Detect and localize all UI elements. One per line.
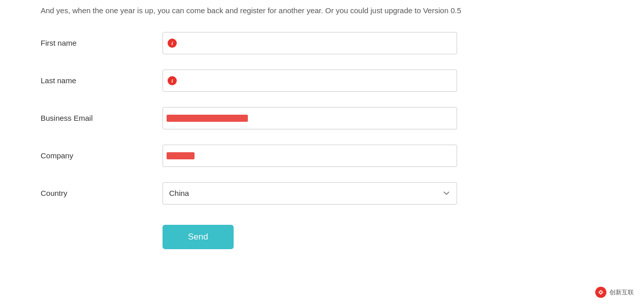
label-country: Country <box>41 189 163 197</box>
top-text: And yes, when the one year is up, you ca… <box>41 5 603 17</box>
form-container: First name i Last name i Business Email <box>41 32 603 249</box>
redact-company <box>167 152 195 159</box>
input-wrapper-company <box>163 145 457 167</box>
first-name-input[interactable] <box>163 32 457 54</box>
last-name-input[interactable] <box>163 70 457 92</box>
label-company: Company <box>41 151 163 160</box>
label-last-name: Last name <box>41 76 163 85</box>
form-row-country: Country ChinaUnited StatesUnited Kingdom… <box>41 182 603 205</box>
input-wrapper-first-name: i <box>163 32 457 54</box>
form-row-last-name: Last name i <box>41 70 603 92</box>
send-button-row: Send <box>41 220 603 249</box>
country-select[interactable]: ChinaUnited StatesUnited KingdomGermanyF… <box>163 182 457 205</box>
input-wrapper-country: ChinaUnited StatesUnited KingdomGermanyF… <box>163 182 457 205</box>
form-row-first-name: First name i <box>41 32 603 54</box>
form-row-business-email: Business Email <box>41 107 603 129</box>
input-wrapper-last-name: i <box>163 70 457 92</box>
send-button[interactable]: Send <box>163 225 234 249</box>
redact-business-email <box>167 115 248 122</box>
input-wrapper-business-email <box>163 107 457 129</box>
company-input[interactable] <box>163 145 457 167</box>
form-row-company: Company <box>41 145 603 167</box>
info-icon-first-name: i <box>168 39 177 48</box>
page-wrapper: And yes, when the one year is up, you ca… <box>0 0 644 249</box>
label-business-email: Business Email <box>41 114 163 122</box>
label-first-name: First name <box>41 39 163 47</box>
info-icon-last-name: i <box>168 76 177 85</box>
